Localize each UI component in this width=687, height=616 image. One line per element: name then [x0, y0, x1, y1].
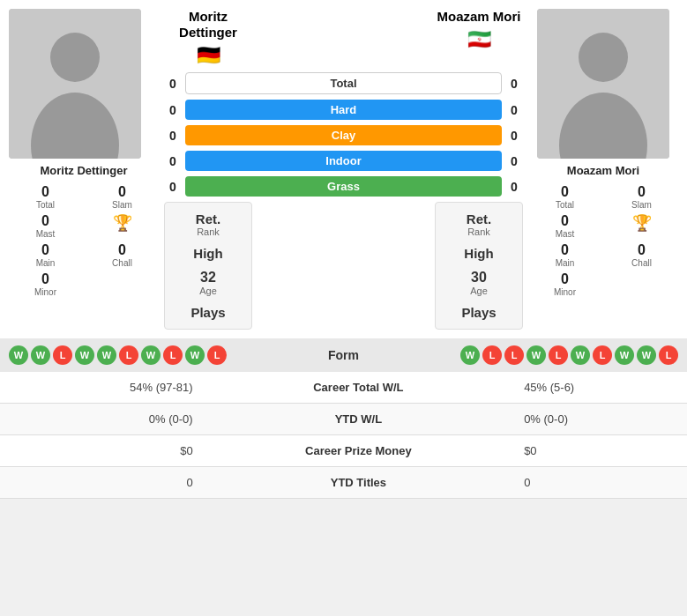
- form-badge-w: W: [97, 345, 116, 365]
- player2-header: Moazam Mori 🇮🇷: [435, 9, 523, 51]
- surface-row-hard: 0 Hard 0: [164, 100, 523, 120]
- player1-panel: Moritz Dettinger 0 Total 0 Slam 0 Mast 🏆: [9, 9, 159, 297]
- p1-grass-score: 0: [164, 180, 182, 194]
- form-badge-l: L: [504, 345, 524, 365]
- form-badge-w: W: [571, 345, 590, 365]
- player1-stats: 0 Total 0 Slam 0 Mast 🏆 0 Main: [9, 184, 159, 297]
- stat-p1-2: $0: [0, 435, 205, 467]
- p2-grass-score: 0: [505, 180, 523, 194]
- svg-point-4: [579, 33, 628, 82]
- player1-chall: 0 Chall: [86, 242, 159, 268]
- stat-label-2: Career Prize Money: [205, 435, 512, 467]
- form-badge-l: L: [207, 345, 227, 365]
- p2-indoor-score: 0: [505, 154, 523, 168]
- p1-hard-score: 0: [164, 103, 182, 117]
- form-badge-w: W: [460, 345, 480, 365]
- player2-trophy: 🏆: [605, 213, 678, 239]
- svg-point-1: [50, 33, 100, 82]
- form-badge-w: W: [526, 345, 546, 365]
- stats-table: 54% (97-81) Career Total W/L 45% (5-6) 0…: [0, 372, 687, 499]
- stat-label-0: Career Total W/L: [205, 372, 512, 404]
- player2-panel: Moazam Mori 0 Total 0 Slam 0 Mast 🏆: [528, 9, 678, 297]
- player2-minor: 0 Minor: [528, 271, 601, 297]
- form-badge-l: L: [53, 345, 72, 365]
- player1-name: Moritz Dettinger: [9, 164, 159, 177]
- player1-slam: 0 Slam: [86, 184, 159, 210]
- stats-row-0: 54% (97-81) Career Total W/L 45% (5-6): [0, 372, 687, 404]
- player1-age-value: 32: [170, 270, 246, 286]
- form-badge-w: W: [615, 345, 634, 365]
- surface-row-indoor: 0 Indoor 0: [164, 151, 523, 171]
- form-badge-l: L: [163, 345, 183, 365]
- surface-row-total: 0 Total 0: [164, 72, 523, 94]
- form-badge-w: W: [637, 345, 656, 365]
- player2-age-label: Age: [441, 286, 517, 296]
- player2-rank-value: Ret.: [441, 212, 517, 226]
- players-section: Moritz Dettinger 0 Total 0 Slam 0 Mast 🏆: [0, 0, 687, 338]
- player1-trophy: 🏆: [86, 213, 159, 239]
- player2-photo: [537, 9, 669, 159]
- stat-label-3: YTD Titles: [205, 467, 512, 499]
- player1-rank-box: Ret. Rank High 32 Age Plays: [164, 202, 252, 330]
- form-badge-w: W: [141, 345, 161, 365]
- form-badge-l: L: [482, 345, 502, 365]
- player1-minor: 0 Minor: [9, 271, 82, 297]
- player1-total: 0 Total: [9, 184, 82, 210]
- p2-total-score: 0: [505, 77, 523, 91]
- stat-p1-0: 54% (97-81): [0, 372, 205, 404]
- p1-indoor-score: 0: [164, 154, 182, 168]
- main-container: Moritz Dettinger 0 Total 0 Slam 0 Mast 🏆: [0, 0, 687, 499]
- player1-header-name: MoritzDettinger: [164, 9, 252, 41]
- form-section: WWLWWLWLWL Form WLLWLWLWWL: [0, 338, 687, 372]
- stats-row-3: 0 YTD Titles 0: [0, 467, 687, 499]
- player1-form: WWLWWLWLWL: [9, 345, 227, 365]
- form-badge-l: L: [659, 345, 678, 365]
- p1-clay-score: 0: [164, 129, 182, 143]
- player1-high-value: High: [170, 246, 246, 261]
- surface-clay-badge: Clay: [185, 125, 502, 145]
- player2-main: 0 Main: [528, 242, 601, 268]
- p2-hard-score: 0: [505, 103, 523, 117]
- player2-plays-label: Plays: [441, 305, 517, 320]
- trophy-icon-p1: 🏆: [113, 213, 132, 233]
- surface-row-clay: 0 Clay 0: [164, 125, 523, 145]
- form-badge-l: L: [119, 345, 138, 365]
- stat-p2-2: $0: [512, 435, 687, 467]
- mid-columns: Ret. Rank High 32 Age Plays Ret. Rank Hi…: [164, 202, 523, 330]
- player2-chall: 0 Chall: [605, 242, 678, 268]
- player2-name: Moazam Mori: [567, 164, 639, 177]
- player1-plays-label: Plays: [170, 305, 246, 320]
- surface-grass-badge: Grass: [185, 176, 502, 197]
- player2-total: 0 Total: [528, 184, 601, 210]
- surface-hard-badge: Hard: [185, 100, 502, 120]
- stat-label-1: YTD W/L: [205, 404, 512, 435]
- player2-rank-label: Rank: [441, 226, 517, 237]
- player2-form: WLLWLWLWWL: [460, 345, 678, 365]
- form-badge-w: W: [185, 345, 205, 365]
- stats-row-2: $0 Career Prize Money $0: [0, 435, 687, 467]
- player2-rank-box: Ret. Rank High 30 Age Plays: [435, 202, 523, 330]
- player1-age-label: Age: [170, 286, 246, 296]
- trophy-icon-p2: 🏆: [632, 213, 652, 233]
- player2-flag: 🇮🇷: [435, 28, 523, 51]
- player1-rank-value: Ret.: [170, 212, 246, 226]
- stat-p2-0: 45% (5-6): [512, 372, 687, 404]
- stat-p1-3: 0: [0, 467, 205, 499]
- form-badge-w: W: [75, 345, 94, 365]
- stat-p2-3: 0: [512, 467, 687, 499]
- stat-p1-1: 0% (0-0): [0, 404, 205, 435]
- form-badge-l: L: [593, 345, 612, 365]
- surface-rows: 0 Total 0 0 Hard 0 0 Clay 0: [164, 72, 523, 197]
- form-badge-w: W: [31, 345, 50, 365]
- player1-rank-label: Rank: [170, 226, 246, 237]
- form-badge-w: W: [9, 345, 28, 365]
- player1-flag: 🇩🇪: [164, 44, 252, 67]
- form-badge-l: L: [549, 345, 568, 365]
- surface-total-badge: Total: [185, 72, 502, 94]
- player2-slam: 0 Slam: [605, 184, 678, 210]
- player2-mast: 0 Mast: [528, 213, 601, 239]
- player1-photo: [9, 9, 141, 159]
- player2-age-value: 30: [441, 270, 517, 286]
- player1-main: 0 Main: [9, 242, 82, 268]
- p2-clay-score: 0: [505, 129, 523, 143]
